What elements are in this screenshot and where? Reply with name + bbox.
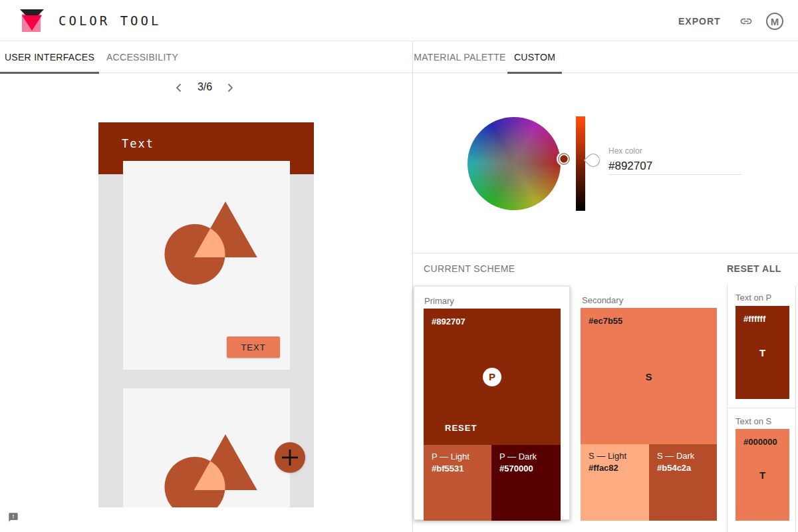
- slider-handle-icon[interactable]: [584, 151, 602, 170]
- preview-card-top: TEXT: [123, 161, 290, 370]
- right-tab-bar: MATERIAL PALETTE CUSTOM: [412, 41, 798, 73]
- secondary-chip: S: [645, 370, 652, 382]
- color-tool-logo-icon: [20, 8, 44, 33]
- text-on-s-swatch[interactable]: #000000 T: [735, 429, 789, 521]
- shapes-artwork: [164, 434, 257, 507]
- primary-light-swatch[interactable]: P — Light #bf5531: [424, 445, 491, 521]
- feedback-icon[interactable]: [8, 512, 19, 523]
- text-on-p-label: Text on P: [735, 293, 771, 303]
- chevron-right-icon[interactable]: [225, 82, 235, 93]
- preview-text-button: TEXT: [227, 336, 280, 358]
- text-on-p-hex: #ffffff: [743, 314, 765, 324]
- scheme-end-divider: [795, 286, 796, 532]
- ui-preview-mockup: Text TEXT: [98, 122, 314, 507]
- secondary-dark-label: S — Dark: [657, 451, 694, 461]
- primary-swatch[interactable]: #892707 P RESET: [424, 309, 561, 445]
- export-button[interactable]: EXPORT: [673, 13, 726, 29]
- secondary-swatch[interactable]: #ec7b55 S: [581, 308, 717, 444]
- primary-dark-hex: #570000: [499, 464, 533, 473]
- primary-dark-swatch[interactable]: P — Dark #570000: [491, 445, 561, 521]
- tab-accessibility[interactable]: ACCESSIBILITY: [99, 41, 186, 73]
- shade-slider[interactable]: [576, 116, 585, 211]
- primary-hex: #892707: [432, 317, 466, 327]
- preview-app-bar-title: Text: [122, 137, 154, 150]
- primary-light-hex: #bf5531: [432, 464, 464, 473]
- reset-all-button[interactable]: RESET ALL: [727, 263, 781, 274]
- preview-page-indicator: 3/6: [189, 81, 221, 93]
- current-scheme-title: CURRENT SCHEME: [424, 263, 515, 274]
- color-wheel[interactable]: [467, 117, 561, 210]
- tab-user-interfaces[interactable]: USER INTERFACES: [0, 41, 99, 73]
- secondary-dark-hex: #b54c2a: [657, 463, 691, 473]
- hex-color-input[interactable]: [608, 158, 742, 175]
- plus-icon: [282, 450, 298, 466]
- text-on-s-chip: T: [759, 469, 765, 481]
- secondary-light-label: S — Light: [589, 451, 626, 461]
- left-tab-bar: USER INTERFACES ACCESSIBILITY: [0, 41, 412, 73]
- primary-label: Primary: [424, 296, 454, 306]
- text-on-p-chip: T: [759, 347, 765, 358]
- section-divider: [412, 253, 798, 253]
- primary-scheme-card: Primary #892707 P RESET P — Light #bf553…: [414, 286, 570, 520]
- page-title: COLOR TOOL: [59, 13, 161, 28]
- text-section-divider: [727, 408, 795, 408]
- panel-divider: [412, 41, 413, 532]
- primary-light-label: P — Light: [432, 452, 469, 462]
- material-logo-icon[interactable]: M: [766, 13, 783, 30]
- secondary-dark-swatch[interactable]: S — Dark #b54c2a: [649, 444, 717, 521]
- tab-custom[interactable]: CUSTOM: [507, 41, 562, 73]
- preview-card-bottom: [123, 388, 290, 507]
- link-icon[interactable]: [737, 15, 755, 28]
- secondary-light-hex: #ffac82: [589, 463, 618, 473]
- secondary-hex: #ec7b55: [589, 316, 622, 326]
- scheme-divider: [727, 286, 728, 532]
- shapes-artwork: [164, 201, 257, 285]
- color-tool-app: COLOR TOOL EXPORT M USER INTERFACES ACCE…: [0, 0, 798, 532]
- chevron-left-icon[interactable]: [174, 82, 184, 93]
- secondary-label: Secondary: [582, 295, 623, 305]
- primary-reset-button[interactable]: RESET: [445, 423, 477, 433]
- text-on-s-label: Text on S: [735, 416, 771, 426]
- primary-chip: P: [483, 368, 501, 386]
- text-on-s-hex: #000000: [743, 437, 777, 447]
- preview-fab: [275, 442, 305, 473]
- text-on-p-swatch[interactable]: #ffffff T: [735, 306, 789, 399]
- secondary-light-swatch[interactable]: S — Light #ffac82: [581, 444, 649, 521]
- tab-material-palette[interactable]: MATERIAL PALETTE: [412, 41, 507, 73]
- app-bar: COLOR TOOL EXPORT M: [0, 0, 798, 41]
- primary-dark-label: P — Dark: [499, 452, 537, 462]
- secondary-scheme-group: Secondary #ec7b55 S S — Light #ffac82 S …: [581, 286, 717, 521]
- hex-color-label: Hex color: [608, 146, 642, 156]
- color-pin-icon[interactable]: [556, 151, 572, 174]
